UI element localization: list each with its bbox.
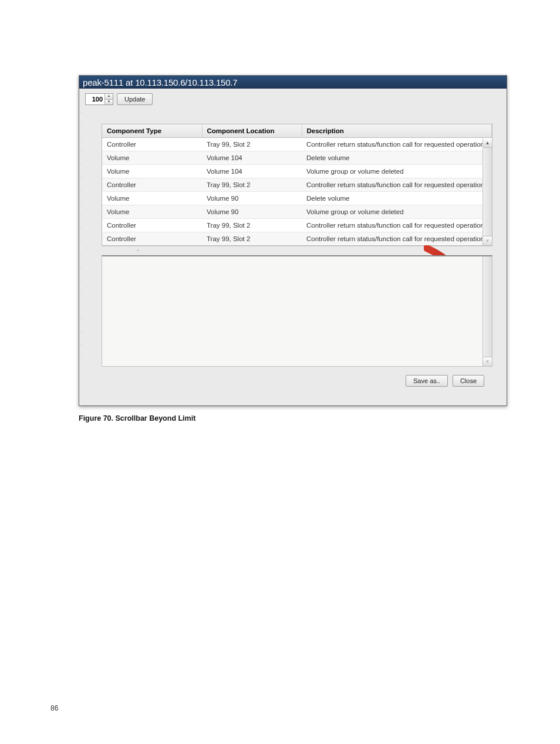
col-header-description[interactable]: Description <box>302 124 492 138</box>
save-as-button[interactable]: Save as.. <box>406 375 448 387</box>
table-cell-type: Controller <box>102 178 202 192</box>
table-row[interactable]: ControllerTray 99, Slot 2Controller retu… <box>102 138 492 151</box>
event-table: Component Type Component Location Descri… <box>102 124 492 246</box>
table-cell-location: Volume 104 <box>202 151 302 165</box>
spinner-up-icon[interactable]: ▲ <box>105 94 113 100</box>
table-cell-desc: Volume group or volume deleted <box>302 165 492 178</box>
record-count-input[interactable] <box>86 94 104 104</box>
table-cell-desc: Controller return status/function call f… <box>302 178 492 192</box>
table-row[interactable]: VolumeVolume 104Volume group or volume d… <box>102 165 492 178</box>
table-cell-desc: Controller return status/function call f… <box>302 138 492 151</box>
toolbar: ▲ ▼ Update <box>79 89 507 109</box>
table-row[interactable]: ControllerTray 99, Slot 2Controller retu… <box>102 232 492 246</box>
table-cell-location: Volume 90 <box>202 205 302 219</box>
table-cell-type: Controller <box>102 232 202 246</box>
table-cell-desc: Controller return status/function call f… <box>302 219 492 232</box>
window-title: peak-5111 at 10.113.150.6/10.113.150.7 <box>79 76 507 89</box>
table-cell-desc: Delete volume <box>302 151 492 165</box>
table-cell-type: Volume <box>102 205 202 219</box>
table-cell-type: Controller <box>102 138 202 151</box>
spinner-down-icon[interactable]: ▼ <box>105 100 113 105</box>
col-header-type[interactable]: Component Type <box>102 124 202 138</box>
table-row[interactable]: ControllerTray 99, Slot 2Controller retu… <box>102 219 492 232</box>
page-number: 86 <box>50 704 58 712</box>
table-cell-type: Controller <box>102 219 202 232</box>
table-cell-type: Volume <box>102 192 202 205</box>
table-row[interactable]: VolumeVolume 104Delete volume <box>102 151 492 165</box>
figure-caption: Figure 70. Scrollbar Beyond Limit <box>79 414 525 422</box>
table-cell-type: Volume <box>102 165 202 178</box>
table-cell-desc: Volume group or volume deleted <box>302 205 492 219</box>
table-row[interactable]: VolumeVolume 90Delete volume <box>102 192 492 205</box>
table-cell-location: Volume 90 <box>202 192 302 205</box>
scroll-down-icon[interactable]: ▼ <box>483 236 492 245</box>
update-button[interactable]: Update <box>117 93 153 105</box>
table-row[interactable]: ControllerTray 99, Slot 2Controller retu… <box>102 178 492 192</box>
detail-vertical-scrollbar[interactable]: ▼ <box>483 256 492 366</box>
table-cell-location: Volume 104 <box>202 165 302 178</box>
table-cell-type: Volume <box>102 151 202 165</box>
table-cell-desc: Delete volume <box>302 192 492 205</box>
horizontal-scrollbar[interactable]: ◦ <box>102 246 492 254</box>
table-cell-location: Tray 99, Slot 2 <box>202 178 302 192</box>
detail-panel: ▼ <box>102 255 492 367</box>
table-cell-location: Tray 99, Slot 2 <box>202 232 302 246</box>
table-row[interactable]: VolumeVolume 90Volume group or volume de… <box>102 205 492 219</box>
table-cell-location: Tray 99, Slot 2 <box>202 138 302 151</box>
vertical-scrollbar[interactable]: ▲ ▼ <box>483 138 492 245</box>
dialog: peak-5111 at 10.113.150.6/10.113.150.7 ·… <box>79 75 507 406</box>
table-cell-location: Tray 99, Slot 2 <box>202 219 302 232</box>
detail-scroll-down-icon[interactable]: ▼ <box>483 357 492 366</box>
record-count-spinner[interactable]: ▲ ▼ <box>85 93 113 105</box>
table-cell-desc: Controller return status/function call f… <box>302 232 492 246</box>
col-header-location[interactable]: Component Location <box>202 124 302 138</box>
close-button[interactable]: Close <box>453 375 484 387</box>
scroll-up-icon[interactable]: ▲ <box>483 138 492 148</box>
